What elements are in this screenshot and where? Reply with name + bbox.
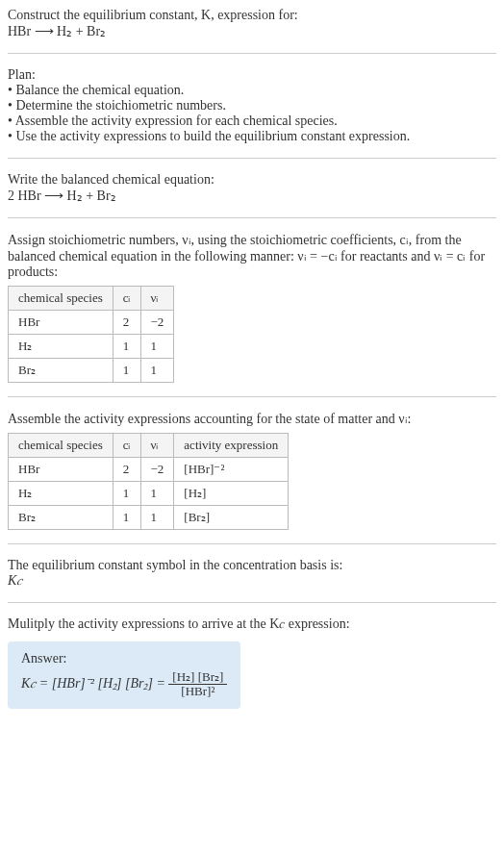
cell: 1 — [140, 482, 174, 506]
cell: [Br₂] — [174, 506, 289, 530]
cell: 1 — [113, 506, 140, 530]
divider — [8, 217, 496, 218]
prompt-line1: Construct the equilibrium constant, K, e… — [8, 8, 496, 23]
fraction-numerator: [H₂] [Br₂] — [168, 670, 227, 685]
activity-text: Assemble the activity expressions accoun… — [8, 411, 496, 427]
multiply-section: Mulitply the activity expressions to arr… — [8, 616, 496, 632]
divider — [8, 543, 496, 544]
cell: HBr — [9, 311, 113, 335]
table-row: chemical species cᵢ νᵢ activity expressi… — [9, 434, 289, 458]
col-header: chemical species — [9, 434, 113, 458]
activity-table: chemical species cᵢ νᵢ activity expressi… — [8, 433, 289, 530]
plan-item: • Balance the chemical equation. — [8, 83, 496, 98]
balanced-heading: Write the balanced chemical equation: — [8, 172, 496, 188]
table-row: HBr 2 −2 [HBr]⁻² — [9, 458, 289, 482]
answer-lhs: K𝑐 = [HBr]⁻² [H₂] [Br₂] = — [21, 676, 168, 691]
cell: 2 — [113, 458, 140, 482]
stoich-table: chemical species cᵢ νᵢ HBr 2 −2 H₂ 1 1 B… — [8, 286, 174, 383]
multiply-text: Mulitply the activity expressions to arr… — [8, 616, 496, 632]
cell: 1 — [113, 482, 140, 506]
cell: HBr — [9, 458, 113, 482]
prompt-equation: HBr ⟶ H₂ + Br₂ — [8, 23, 496, 39]
cell: H₂ — [9, 482, 113, 506]
answer-expression: K𝑐 = [HBr]⁻² [H₂] [Br₂] = [H₂] [Br₂] [HB… — [21, 670, 227, 699]
col-header: cᵢ — [113, 287, 140, 311]
table-row: HBr 2 −2 — [9, 311, 174, 335]
prompt-header: Construct the equilibrium constant, K, e… — [8, 8, 496, 39]
cell: 1 — [113, 335, 140, 359]
col-header: chemical species — [9, 287, 113, 311]
cell: −2 — [140, 458, 174, 482]
table-row: Br₂ 1 1 — [9, 359, 174, 383]
col-header: νᵢ — [140, 287, 174, 311]
cell: Br₂ — [9, 506, 113, 530]
answer-label: Answer: — [21, 651, 227, 666]
col-header: νᵢ — [140, 434, 174, 458]
fraction-denominator: [HBr]² — [168, 685, 227, 698]
cell: [H₂] — [174, 482, 289, 506]
divider — [8, 396, 496, 397]
cell: 2 — [113, 311, 140, 335]
cell: 1 — [113, 359, 140, 383]
plan-section: Plan: • Balance the chemical equation. •… — [8, 67, 496, 144]
plan-item: • Use the activity expressions to build … — [8, 129, 496, 144]
eqconst-text: The equilibrium constant symbol in the c… — [8, 558, 496, 573]
eqconst-section: The equilibrium constant symbol in the c… — [8, 558, 496, 589]
eqconst-symbol: K𝑐 — [8, 573, 496, 589]
balanced-section: Write the balanced chemical equation: 2 … — [8, 172, 496, 204]
divider — [8, 53, 496, 54]
divider — [8, 602, 496, 603]
balanced-equation: 2 HBr ⟶ H₂ + Br₂ — [8, 188, 496, 204]
table-row: Br₂ 1 1 [Br₂] — [9, 506, 289, 530]
cell: [HBr]⁻² — [174, 458, 289, 482]
plan-heading: Plan: — [8, 67, 496, 83]
col-header: cᵢ — [113, 434, 140, 458]
stoich-section: Assign stoichiometric numbers, νᵢ, using… — [8, 232, 496, 383]
stoich-text: Assign stoichiometric numbers, νᵢ, using… — [8, 232, 496, 280]
answer-box: Answer: K𝑐 = [HBr]⁻² [H₂] [Br₂] = [H₂] [… — [8, 641, 240, 709]
plan-item: • Determine the stoichiometric numbers. — [8, 98, 496, 113]
cell: −2 — [140, 311, 174, 335]
cell: 1 — [140, 335, 174, 359]
col-header: activity expression — [174, 434, 289, 458]
table-row: H₂ 1 1 — [9, 335, 174, 359]
table-row: H₂ 1 1 [H₂] — [9, 482, 289, 506]
cell: 1 — [140, 359, 174, 383]
answer-fraction: [H₂] [Br₂] [HBr]² — [168, 670, 227, 699]
cell: Br₂ — [9, 359, 113, 383]
plan-item: • Assemble the activity expression for e… — [8, 113, 496, 129]
cell: 1 — [140, 506, 174, 530]
activity-section: Assemble the activity expressions accoun… — [8, 411, 496, 530]
divider — [8, 158, 496, 159]
cell: H₂ — [9, 335, 113, 359]
table-row: chemical species cᵢ νᵢ — [9, 287, 174, 311]
